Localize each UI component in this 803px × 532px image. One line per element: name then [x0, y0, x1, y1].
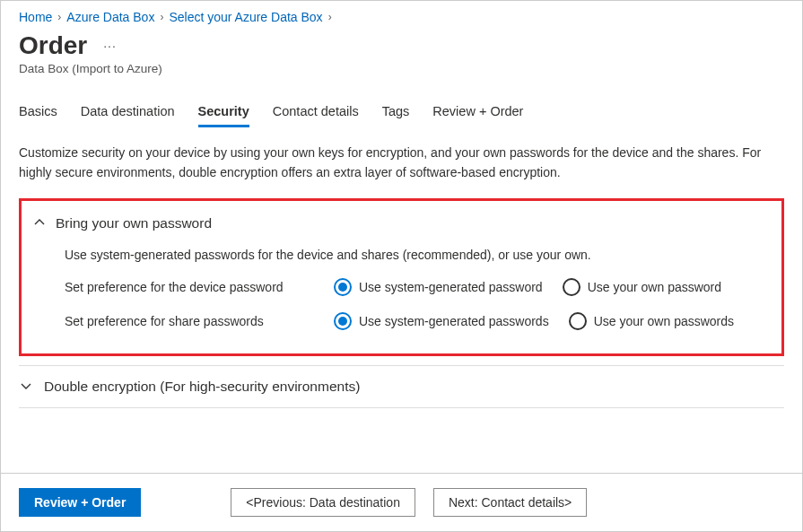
footer-bar: Review + Order <Previous: Data destinati… [1, 473, 802, 531]
breadcrumb-azure-data-box[interactable]: Azure Data Box [66, 10, 154, 24]
section-toggle-double-encryption[interactable]: Double encryption (For high-security env… [19, 365, 784, 408]
section-title-password: Bring your own password [56, 215, 212, 231]
content-area: Home › Azure Data Box › Select your Azur… [1, 1, 802, 473]
page-root: Home › Azure Data Box › Select your Azur… [0, 0, 803, 532]
share-password-row: Set preference for share passwords Use s… [65, 312, 769, 330]
tab-basics[interactable]: Basics [19, 99, 57, 127]
review-order-button[interactable]: Review + Order [19, 488, 141, 517]
radio-label: Use system-generated passwords [359, 314, 549, 328]
breadcrumb-select-data-box[interactable]: Select your Azure Data Box [169, 10, 322, 24]
title-row: Order ··· [19, 31, 784, 62]
tab-contact-details[interactable]: Contact details [273, 99, 359, 127]
tab-review-order[interactable]: Review + Order [432, 99, 523, 127]
chevron-right-icon: › [328, 11, 332, 23]
chevron-up-icon [34, 217, 45, 231]
page-title: Order [19, 31, 87, 60]
chevron-down-icon [21, 379, 31, 394]
bring-your-own-password-section: Bring your own password Use system-gener… [19, 198, 784, 356]
breadcrumb: Home › Azure Data Box › Select your Azur… [19, 8, 784, 31]
tab-tags[interactable]: Tags [382, 99, 410, 127]
radio-icon [569, 312, 587, 330]
password-section-hint: Use system-generated passwords for the d… [65, 248, 769, 262]
tab-bar: Basics Data destination Security Contact… [19, 99, 784, 127]
radio-icon [563, 278, 580, 296]
section-toggle-password[interactable]: Bring your own password [34, 210, 769, 235]
radio-icon [334, 312, 352, 330]
section-title-double-encryption: Double encryption (For high-security env… [44, 379, 360, 395]
radio-label: Use system-generated password [359, 280, 543, 294]
radio-label: Use your own passwords [594, 314, 734, 328]
page-subtitle: Data Box (Import to Azure) [19, 62, 784, 75]
chevron-right-icon: › [57, 11, 61, 23]
tab-data-destination[interactable]: Data destination [81, 99, 175, 127]
radio-device-own-password[interactable]: Use your own password [563, 278, 721, 296]
radio-share-system-generated[interactable]: Use system-generated passwords [334, 312, 549, 330]
radio-device-system-generated[interactable]: Use system-generated password [334, 278, 543, 296]
radio-label: Use your own password [588, 280, 721, 294]
breadcrumb-home[interactable]: Home [19, 10, 52, 24]
device-password-row: Set preference for the device password U… [65, 278, 769, 296]
tab-security[interactable]: Security [198, 99, 249, 127]
chevron-right-icon: › [160, 11, 163, 23]
radio-icon [334, 278, 352, 296]
share-password-radio-group: Use system-generated passwords Use your … [334, 312, 734, 330]
share-password-label: Set preference for share passwords [65, 314, 334, 328]
section-body-password: Use system-generated passwords for the d… [34, 235, 769, 343]
more-actions-icon[interactable]: ··· [103, 39, 117, 53]
device-password-radio-group: Use system-generated password Use your o… [334, 278, 721, 296]
next-button[interactable]: Next: Contact details> [433, 488, 587, 517]
device-password-label: Set preference for the device password [65, 280, 334, 294]
previous-button[interactable]: <Previous: Data destination [231, 488, 415, 517]
security-description: Customize security on your device by usi… [19, 144, 784, 182]
radio-share-own-passwords[interactable]: Use your own passwords [569, 312, 734, 330]
